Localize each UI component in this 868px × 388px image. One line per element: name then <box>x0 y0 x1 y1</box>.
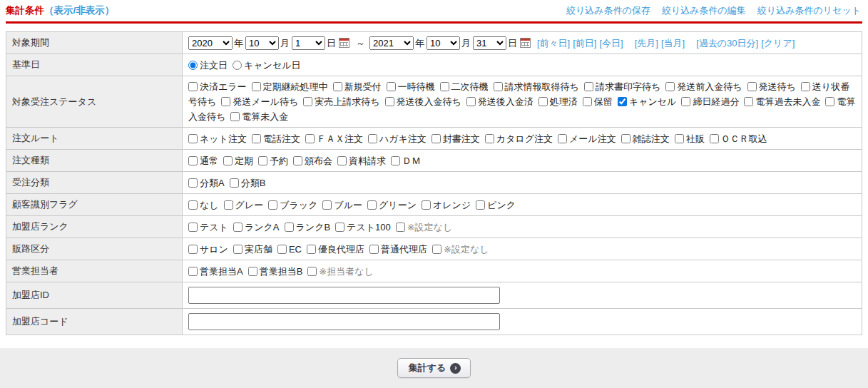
radio-input[interactable] <box>233 61 242 70</box>
checkbox-option[interactable]: 発送待ち <box>747 81 796 92</box>
checkbox-input[interactable] <box>369 245 379 254</box>
date-quick-link[interactable]: [前々日] <box>537 38 570 48</box>
checkbox-input[interactable] <box>710 134 719 143</box>
toggle-visibility-link[interactable]: （表示/非表示） <box>44 5 114 16</box>
checkbox-option[interactable]: 発送後入金済 <box>466 96 533 107</box>
checkbox-option[interactable]: なし <box>188 200 219 210</box>
checkbox-option[interactable]: 実店舗 <box>233 244 272 255</box>
checkbox-input[interactable] <box>307 245 316 254</box>
checkbox-input[interactable] <box>681 97 690 106</box>
checkbox-input[interactable] <box>293 156 302 165</box>
checkbox-option[interactable]: 電算過去未入金 <box>744 96 820 107</box>
checkbox-input[interactable] <box>583 97 592 106</box>
checkbox-option[interactable]: 定期 <box>223 155 253 166</box>
text-field-11[interactable] <box>188 313 500 330</box>
checkbox-input[interactable] <box>558 134 567 143</box>
checkbox-input[interactable] <box>322 200 332 210</box>
checkbox-input[interactable] <box>224 200 233 210</box>
checkbox-option[interactable]: グレー <box>224 200 264 210</box>
checkbox-option[interactable]: 実売上請求待ち <box>303 96 379 107</box>
checkbox-input[interactable] <box>221 97 230 106</box>
date-quick-link[interactable]: [クリア] <box>761 38 795 48</box>
checkbox-input[interactable] <box>305 134 315 143</box>
text-field-10[interactable] <box>188 287 500 304</box>
checkbox-input[interactable] <box>744 97 753 106</box>
checkbox-input[interactable] <box>385 97 394 106</box>
checkbox-input[interactable] <box>188 245 198 254</box>
checkbox-option[interactable]: テスト <box>188 222 228 233</box>
checkbox-option[interactable]: 頒布会 <box>293 155 332 166</box>
checkbox-option[interactable]: 優良代理店 <box>307 244 364 255</box>
checkbox-option[interactable]: 請求書印字待ち <box>584 81 660 92</box>
checkbox-input[interactable] <box>252 82 261 91</box>
checkbox-input[interactable] <box>230 112 240 121</box>
date-quick-link[interactable]: [先月] <box>635 38 658 48</box>
checkbox-input[interactable] <box>230 178 239 188</box>
checkbox-option[interactable]: ハガキ注文 <box>368 133 427 144</box>
checkbox-option[interactable]: サロン <box>188 244 228 255</box>
checkbox-input[interactable] <box>485 134 494 143</box>
checkbox-option[interactable]: 請求情報取得待ち <box>494 81 579 92</box>
checkbox-option[interactable]: 二次待機 <box>440 81 489 92</box>
checkbox-option[interactable]: 保留 <box>583 96 613 107</box>
checkbox-input[interactable] <box>188 82 198 91</box>
save-filter-link[interactable]: 絞り込み条件の保存 <box>566 4 650 17</box>
radio-input[interactable] <box>188 61 198 70</box>
checkbox-input[interactable] <box>675 134 684 143</box>
checkbox-input[interactable] <box>387 82 396 91</box>
checkbox-option[interactable]: 電算未入金 <box>230 111 288 122</box>
checkbox-option[interactable]: ※設定なし <box>396 222 453 233</box>
checkbox-input[interactable] <box>188 267 198 276</box>
checkbox-input[interactable] <box>422 200 431 210</box>
checkbox-option[interactable]: ピンク <box>476 200 516 210</box>
checkbox-input[interactable] <box>285 223 294 232</box>
checkbox-option[interactable]: EC <box>277 244 302 255</box>
checkbox-input[interactable] <box>258 156 267 165</box>
checkbox-input[interactable] <box>466 97 476 106</box>
checkbox-option[interactable]: 発送メール待ち <box>221 96 298 107</box>
from-year-select[interactable]: 2020 <box>188 36 233 50</box>
checkbox-option[interactable]: ※担当者なし <box>307 266 374 277</box>
to-month-select[interactable]: 10 <box>427 36 460 50</box>
checkbox-input[interactable] <box>396 223 405 232</box>
checkbox-option[interactable]: キャンセル <box>618 96 677 107</box>
calendar-icon[interactable] <box>520 38 531 48</box>
checkbox-option[interactable]: 締日経過分 <box>681 96 739 107</box>
checkbox-option[interactable]: 定期継続処理中 <box>252 81 328 92</box>
checkbox-option[interactable]: 雑誌注文 <box>621 133 670 144</box>
checkbox-input[interactable] <box>440 82 449 91</box>
checkbox-option[interactable]: 発送前入金待ち <box>665 81 742 92</box>
checkbox-option[interactable]: ＤＭ <box>391 155 421 166</box>
checkbox-option[interactable]: ＯＣＲ取込 <box>710 133 767 144</box>
checkbox-option[interactable]: カタログ注文 <box>485 133 553 144</box>
radio-option[interactable]: 注文日 <box>188 60 228 71</box>
checkbox-option[interactable]: テスト100 <box>335 222 391 233</box>
checkbox-input[interactable] <box>747 82 757 91</box>
checkbox-input[interactable] <box>476 200 485 210</box>
checkbox-option[interactable]: 営業担当A <box>188 266 243 277</box>
checkbox-option[interactable]: 処理済 <box>538 96 578 107</box>
checkbox-option[interactable]: 決済エラー <box>188 81 247 92</box>
checkbox-option[interactable]: 普通代理店 <box>369 244 427 255</box>
to-year-select[interactable]: 2021 <box>369 36 414 50</box>
checkbox-input[interactable] <box>307 267 317 276</box>
checkbox-input[interactable] <box>277 245 287 254</box>
date-quick-link[interactable]: [当月] <box>661 38 685 48</box>
checkbox-input[interactable] <box>303 97 312 106</box>
checkbox-input[interactable] <box>188 156 198 165</box>
checkbox-option[interactable]: オレンジ <box>422 200 471 210</box>
checkbox-input[interactable] <box>188 178 198 188</box>
checkbox-option[interactable]: 予約 <box>258 155 288 166</box>
checkbox-option[interactable]: 発送後入金待ち <box>385 96 461 107</box>
checkbox-input[interactable] <box>618 97 627 106</box>
date-quick-link[interactable]: [今日] <box>599 38 623 48</box>
checkbox-option[interactable]: ブラック <box>268 200 317 210</box>
checkbox-input[interactable] <box>268 200 277 210</box>
checkbox-option[interactable]: 新規受付 <box>333 81 382 92</box>
checkbox-input[interactable] <box>432 134 441 143</box>
checkbox-option[interactable]: 社販 <box>675 133 705 144</box>
checkbox-option[interactable]: グリーン <box>367 200 417 210</box>
checkbox-input[interactable] <box>223 156 233 165</box>
checkbox-input[interactable] <box>233 223 242 232</box>
checkbox-option[interactable]: 分類A <box>188 178 225 188</box>
